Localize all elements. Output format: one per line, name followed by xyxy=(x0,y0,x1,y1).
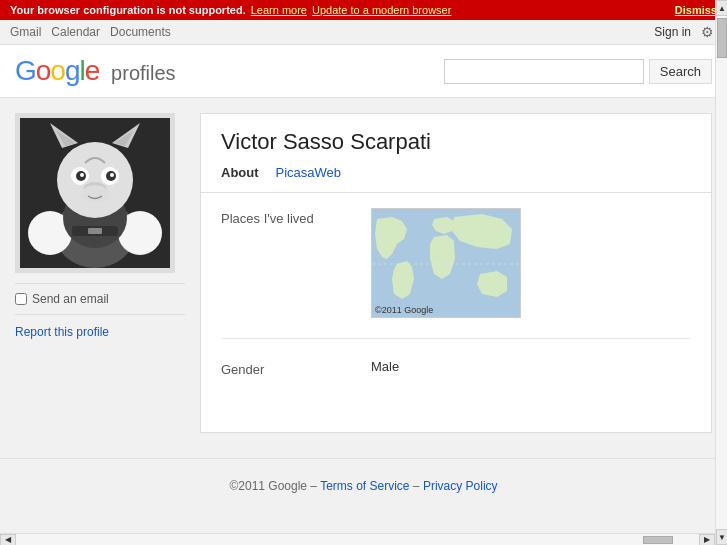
world-map: ©2011 Google xyxy=(371,208,521,318)
map-copyright: ©2011 Google xyxy=(375,305,433,315)
profile-body: Places I've lived xyxy=(201,193,711,432)
tab-about[interactable]: About xyxy=(221,163,271,182)
google-logo-text: Google xyxy=(15,55,106,86)
footer-sep1: – xyxy=(310,479,320,493)
places-value: ©2011 Google xyxy=(371,208,691,318)
search-button[interactable]: Search xyxy=(649,59,712,84)
profile-header: Victor Sasso Scarpati About PicasaWeb xyxy=(201,114,711,193)
profile-panel: Victor Sasso Scarpati About PicasaWeb Pl… xyxy=(200,113,712,433)
svg-point-19 xyxy=(81,185,109,203)
nav-documents[interactable]: Documents xyxy=(110,25,171,39)
dismiss-button[interactable]: Dismiss xyxy=(675,4,717,16)
svg-point-6 xyxy=(57,142,133,218)
browser-warning-bar: Your browser configuration is not suppor… xyxy=(0,0,727,20)
scroll-up-button[interactable]: ▲ xyxy=(716,0,727,16)
footer-copyright: ©2011 Google xyxy=(229,479,307,493)
scroll-track xyxy=(716,16,727,513)
vertical-scrollbar: ▲ ▼ xyxy=(715,0,727,513)
svg-rect-21 xyxy=(88,228,102,234)
gender-value: Male xyxy=(371,359,691,374)
avatar-image xyxy=(20,118,170,268)
privacy-policy-link[interactable]: Privacy Policy xyxy=(423,479,498,493)
send-email-area: Send an email xyxy=(15,283,185,315)
main-content: Send an email Report this profile Victor… xyxy=(0,98,727,448)
learn-more-link[interactable]: Learn more xyxy=(251,4,307,16)
gender-label: Gender xyxy=(221,359,351,377)
google-logo: Google profiles xyxy=(15,55,176,87)
profiles-label: profiles xyxy=(111,62,175,84)
profile-sidebar: Send an email Report this profile xyxy=(15,113,185,433)
terms-of-service-link[interactable]: Terms of Service xyxy=(320,479,409,493)
page-footer: ©2011 Google – Terms of Service – Privac… xyxy=(0,458,727,513)
search-input[interactable] xyxy=(444,59,644,84)
nav-gmail[interactable]: Gmail xyxy=(10,25,41,39)
avatar xyxy=(15,113,175,273)
profile-name: Victor Sasso Scarpati xyxy=(221,129,691,155)
footer-sep2: – xyxy=(413,479,423,493)
gender-section: Gender Male xyxy=(221,359,691,397)
profile-tabs: About PicasaWeb xyxy=(221,163,691,182)
places-section: Places I've lived xyxy=(221,208,691,339)
places-label: Places I've lived xyxy=(221,208,351,226)
svg-point-16 xyxy=(110,173,114,177)
warning-text: Your browser configuration is not suppor… xyxy=(10,4,246,16)
update-link[interactable]: Update to a modern browser xyxy=(312,4,451,16)
signin-button[interactable]: Sign in xyxy=(654,25,691,39)
map-svg xyxy=(372,209,521,318)
nav-calendar[interactable]: Calendar xyxy=(51,25,100,39)
page-header: Google profiles Search xyxy=(0,45,727,98)
scroll-thumb[interactable] xyxy=(717,18,727,58)
top-navigation: Gmail Calendar Documents Sign in ⚙ xyxy=(0,20,727,45)
send-email-label: Send an email xyxy=(32,292,109,306)
search-area: Search xyxy=(444,59,712,84)
report-profile-link[interactable]: Report this profile xyxy=(15,325,185,339)
send-email-checkbox[interactable] xyxy=(15,293,27,305)
svg-point-15 xyxy=(80,173,84,177)
tab-picasaweb[interactable]: PicasaWeb xyxy=(276,163,354,182)
